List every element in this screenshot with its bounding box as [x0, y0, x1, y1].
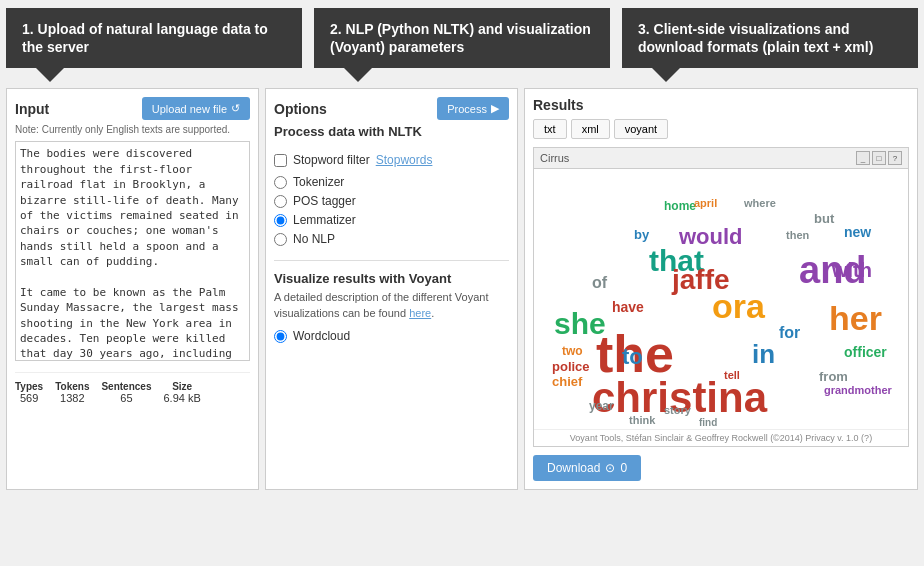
stat-size-label: Size [172, 381, 192, 392]
banner-1-text: 1. Upload of natural language data to th… [22, 21, 268, 55]
voyant-desc-text: A detailed description of the different … [274, 291, 488, 318]
process-button-label: Process [447, 103, 487, 115]
no-nlp-label: No NLP [293, 232, 335, 246]
text-input[interactable] [15, 141, 250, 361]
wc-ctrl-maximize[interactable]: □ [872, 151, 886, 165]
word-cloud-word: new [844, 224, 871, 240]
stat-tokens-label: Tokens [55, 381, 89, 392]
radio-lemmatizer: Lemmatizer [274, 213, 509, 227]
input-panel: Input Upload new file Note: Currently on… [6, 88, 259, 490]
stopwords-link[interactable]: Stopwords [376, 153, 433, 167]
word-cloud-word: chief [552, 374, 582, 389]
word-cloud-word: but [814, 211, 834, 226]
tab-row: txt xml voyant [533, 119, 909, 139]
wc-header: Cirrus _ □ ? [534, 148, 908, 169]
stopword-label: Stopword filter [293, 153, 370, 167]
word-cloud-word: would [679, 224, 743, 250]
download-count: 0 [620, 461, 627, 475]
wc-ctrl-close[interactable]: ? [888, 151, 902, 165]
word-cloud-word: two [562, 344, 583, 358]
word-cloud-word: story [664, 404, 691, 416]
stat-types-value: 569 [20, 392, 38, 404]
pos-tagger-radio[interactable] [274, 195, 287, 208]
wc-controls: _ □ ? [856, 151, 902, 165]
options-panel: Options Process Process data with NLTK S… [265, 88, 518, 490]
banner-3: 3. Client-side visualizations and downlo… [622, 8, 918, 68]
word-cloud-word: in [752, 339, 775, 370]
word-cloud-word: with [832, 259, 872, 282]
download-button-label: Download [547, 461, 600, 475]
word-cloud-word: of [592, 274, 607, 292]
word-cloud-word: home [664, 199, 696, 213]
results-panel-title: Results [533, 97, 584, 113]
radio-no-nlp: No NLP [274, 232, 509, 246]
word-cloud-word: she [554, 307, 606, 341]
word-cloud-word: have [612, 299, 644, 315]
radio-wordcloud: Wordcloud [274, 329, 509, 343]
input-panel-title: Input [15, 101, 49, 117]
input-note: Note: Currently only English texts are s… [15, 124, 250, 135]
word-cloud-word: her [829, 299, 882, 338]
refresh-icon [231, 102, 240, 115]
word-cloud-word: grandmother [824, 384, 892, 396]
word-cloud-word: from [819, 369, 848, 384]
arrow-icon [491, 102, 499, 115]
tokenizer-radio[interactable] [274, 176, 287, 189]
wordcloud-label: Wordcloud [293, 329, 350, 343]
voyant-desc: A detailed description of the different … [274, 290, 509, 321]
stat-tokens-value: 1382 [60, 392, 84, 404]
stat-size: Size 6.94 kB [163, 381, 200, 404]
word-cloud-word: then [786, 229, 809, 241]
stat-size-value: 6.94 kB [163, 392, 200, 404]
options-panel-title: Options [274, 101, 327, 117]
stat-sentences-value: 65 [120, 392, 132, 404]
stats-row: Types 569 Tokens 1382 Sentences 65 Size … [15, 372, 250, 404]
word-cloud-word: where [744, 197, 776, 209]
wordcloud-radio[interactable] [274, 330, 287, 343]
tab-voyant[interactable]: voyant [614, 119, 668, 139]
nltk-section: Process data with NLTK Stopword filter S… [274, 124, 509, 246]
banner-2-text: 2. NLP (Python NLTK) and visualization (… [330, 21, 591, 55]
lemmatizer-label: Lemmatizer [293, 213, 356, 227]
wc-ctrl-minimize[interactable]: _ [856, 151, 870, 165]
no-nlp-radio[interactable] [274, 233, 287, 246]
results-panel: Results txt xml voyant Cirrus _ □ ? thec… [524, 88, 918, 490]
radio-tokenizer: Tokenizer [274, 175, 509, 189]
stat-sentences-label: Sentences [101, 381, 151, 392]
word-cloud-word: police [552, 359, 590, 374]
upload-button[interactable]: Upload new file [142, 97, 250, 120]
nltk-section-title: Process data with NLTK [274, 124, 509, 143]
voyant-title: Visualize results with Voyant [274, 271, 509, 286]
word-cloud-word: april [694, 197, 717, 209]
stat-types-label: Types [15, 381, 43, 392]
stat-sentences: Sentences 65 [101, 381, 151, 404]
radio-pos-tagger: POS tagger [274, 194, 509, 208]
word-cloud-word: officer [844, 344, 887, 360]
divider [274, 260, 509, 261]
stat-tokens: Tokens 1382 [55, 381, 89, 404]
pos-tagger-label: POS tagger [293, 194, 356, 208]
stopword-checkbox[interactable] [274, 154, 287, 167]
word-cloud-word: think [629, 414, 655, 426]
tab-txt[interactable]: txt [533, 119, 567, 139]
nlp-radio-group: Tokenizer POS tagger Lemmatizer No NLP [274, 175, 509, 246]
cirrus-title: Cirrus [540, 152, 569, 164]
process-button[interactable]: Process [437, 97, 509, 120]
word-cloud-word: year [589, 399, 614, 413]
voyant-here-link[interactable]: here [409, 307, 431, 319]
banner-3-text: 3. Client-side visualizations and downlo… [638, 21, 873, 55]
word-cloud-word: by [634, 227, 649, 242]
tokenizer-label: Tokenizer [293, 175, 344, 189]
word-cloud-word: tell [724, 369, 740, 381]
word-cloud-word: to [622, 344, 643, 370]
word-cloud-container: Cirrus _ □ ? thechristinaandhersheinthat… [533, 147, 909, 447]
download-button[interactable]: Download 0 [533, 455, 641, 481]
lemmatizer-radio[interactable] [274, 214, 287, 227]
stat-types: Types 569 [15, 381, 43, 404]
download-icon [605, 461, 615, 475]
wc-footer: Voyant Tools, Stéfan Sinclair & Geoffrey… [534, 429, 908, 446]
word-cloud: thechristinaandhersheinthatwouldoratoofj… [534, 169, 908, 429]
banner-2: 2. NLP (Python NLTK) and visualization (… [314, 8, 610, 68]
word-cloud-word: jaffe [672, 264, 730, 296]
tab-xml[interactable]: xml [571, 119, 610, 139]
